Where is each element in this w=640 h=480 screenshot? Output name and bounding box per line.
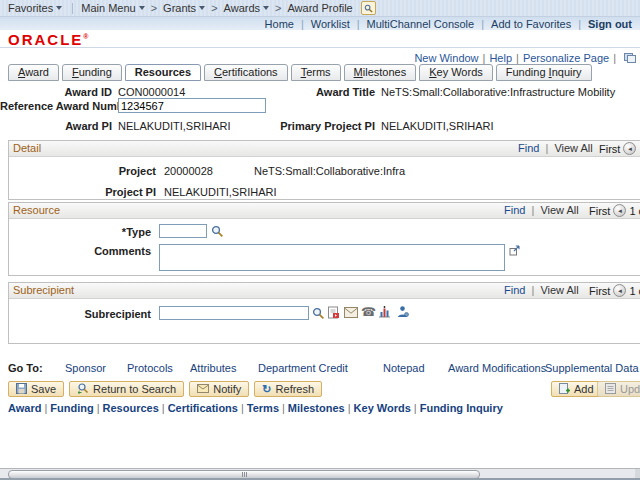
footer-link-key-words[interactable]: Key Words [354,402,411,414]
previous-row-button[interactable]: ◄ [613,284,626,297]
page-tabs: Award Funding Resources Certifications T… [8,64,592,81]
subrecipient-person-icon[interactable] [396,305,409,320]
type-label: *Type [9,226,151,238]
tab-terms[interactable]: Terms [291,64,341,81]
divider: | [162,402,165,414]
find-link[interactable]: Find [504,204,525,216]
tab-award[interactable]: Award [8,64,59,81]
project-pi-label: Project PI [9,186,156,198]
subrecipient-email-icon[interactable] [344,307,358,320]
tab-certifications[interactable]: Certifications [204,64,288,81]
resource-title: Resource [13,204,60,216]
footer-link-funding[interactable]: Funding [50,402,93,414]
subrecipient-input[interactable] [159,306,309,320]
tab-resources[interactable]: Resources [125,64,201,81]
goto-label: Go To: [8,362,43,374]
add-label: Add [574,383,594,395]
tab-key-words[interactable]: Key Words [419,64,493,81]
award-id-label: Award ID [0,86,112,98]
refresh-button[interactable]: ↻ Refresh [254,381,322,397]
subrecipient-groupbox: Subrecipient Find | View All First ◄ 1 o… [8,282,640,344]
previous-row-button[interactable]: ◄ [613,204,626,217]
goto-award-modifications-link[interactable]: Award Modifications [448,362,546,374]
notify-button[interactable]: Notify [189,381,249,397]
save-button[interactable]: Save [8,381,64,397]
footer-link-certifications[interactable]: Certifications [168,402,238,414]
award-pi-value: NELAKUDITI,SRIHARI [118,120,230,132]
previous-row-button[interactable]: ◄ [623,142,636,155]
divider: | [348,402,351,414]
type-lookup-icon[interactable] [211,225,224,240]
resource-header: Resource Find | View All First ◄ 1 of 1 … [9,203,640,219]
view-all-link[interactable]: View All [540,204,578,216]
save-icon [16,383,27,396]
footer-link-funding-inquiry[interactable]: Funding Inquiry [420,402,503,414]
update-display-button[interactable]: Update/Display [597,381,640,397]
reference-award-number-input[interactable] [118,98,266,113]
divider: | [531,284,534,296]
footer-link-award[interactable]: Award [8,402,41,414]
comments-textarea[interactable] [159,244,505,271]
view-all-link[interactable]: View All [540,284,578,296]
subrecipient-chart-icon[interactable] [378,306,391,320]
refresh-icon: ↻ [262,384,271,394]
update-display-label: Update/Display [620,383,640,395]
find-link[interactable]: Find [504,284,525,296]
subrecipient-phone-icon[interactable]: ☎ [361,305,376,319]
divider: | [282,402,285,414]
goto-sponsor-link[interactable]: Sponsor [65,362,106,374]
notify-icon [197,383,209,395]
view-all-link[interactable]: View All [554,142,592,154]
return-to-search-icon [77,382,89,396]
row-count: 1 of 1 [629,285,640,297]
goto-attributes-link[interactable]: Attributes [190,362,236,374]
goto-notepad-link[interactable]: Notepad [383,362,425,374]
add-icon [559,383,570,396]
divider: | [545,142,548,154]
application-window: Favorites Main Menu > Grants > Awards > … [0,0,640,480]
subrecipient-lookup-icon[interactable] [312,307,325,322]
footer-link-terms[interactable]: Terms [247,402,279,414]
comments-expand-icon[interactable] [509,245,520,258]
goto-row: Go To: Sponsor Protocols Attributes Depa… [0,362,640,376]
subrecipient-label: Subrecipient [9,308,151,320]
tab-funding[interactable]: Funding [62,64,122,81]
goto-protocols-link[interactable]: Protocols [127,362,173,374]
primary-project-pi-label: Primary Project PI [260,120,375,132]
subrecipient-findnav: Find | View All [504,284,579,296]
goto-department-credit-link[interactable]: Department Credit [258,362,348,374]
footer-page-links: Award|Funding|Resources|Certifications|T… [8,402,503,414]
project-id-value: 20000028 [164,165,213,177]
divider: | [531,204,534,216]
goto-supplemental-data-link[interactable]: Supplemental Data [545,362,639,374]
update-display-icon [605,383,616,396]
subrecipient-document-icon[interactable] [327,306,340,321]
return-to-search-label: Return to Search [93,383,176,395]
project-pi-value: NELAKUDITI,SRIHARI [164,186,276,198]
comments-label: Comments [9,245,151,257]
detail-pager: First ◄ 1 of 1 ► Last [599,142,640,155]
detail-header: Detail Find | View All First ◄ 1 of 1 ► … [9,141,640,157]
award-pi-label: Award PI [0,120,112,132]
award-title-value: NeTS:Small:Collaborative:Infrastructure … [381,86,615,98]
detail-title: Detail [13,142,41,154]
resource-pager: First ◄ 1 of 1 ► Last [589,204,640,217]
find-link[interactable]: Find [518,142,539,154]
footer-link-resources[interactable]: Resources [103,402,159,414]
add-button[interactable]: Add [551,381,602,397]
toolbar: Save Return to Search Notify ↻ Refresh A… [0,381,640,399]
subrecipient-title: Subrecipient [13,284,74,296]
return-to-search-button[interactable]: Return to Search [69,381,184,397]
resource-findnav: Find | View All [504,204,579,216]
row-count: 1 of 1 [629,205,640,217]
award-id-value: CON0000014 [118,86,185,98]
type-input[interactable] [159,224,207,238]
footer-link-milestones[interactable]: Milestones [288,402,345,414]
detail-groupbox: Detail Find | View All First ◄ 1 of 1 ► … [8,140,640,200]
divider: | [97,402,100,414]
award-title-label: Award Title [260,86,375,98]
tab-funding-inquiry[interactable]: Funding Inquiry [496,64,592,81]
resource-groupbox: Resource Find | View All First ◄ 1 of 1 … [8,202,640,276]
tab-milestones[interactable]: Milestones [344,64,417,81]
refresh-label: Refresh [276,383,315,395]
